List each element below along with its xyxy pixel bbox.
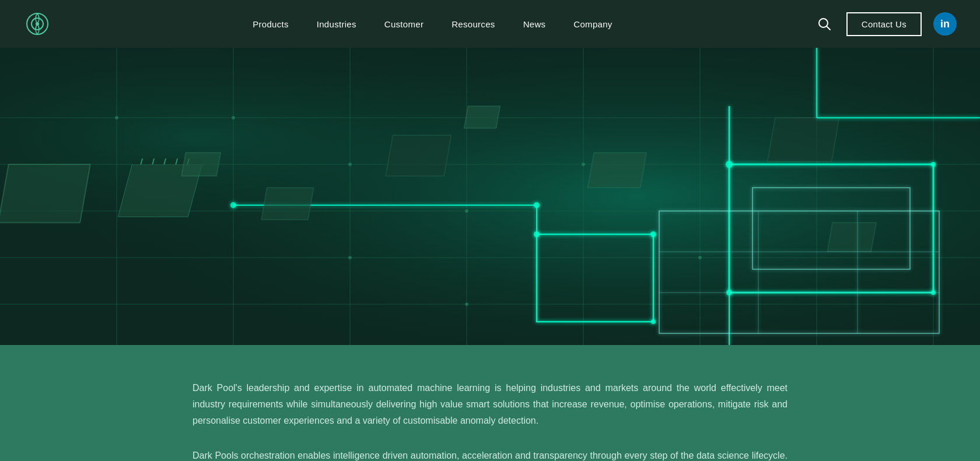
linkedin-button[interactable]: in [933, 12, 957, 36]
hero-section [0, 48, 980, 345]
svg-point-56 [582, 163, 585, 166]
svg-rect-41 [464, 106, 501, 128]
svg-point-57 [698, 256, 702, 259]
navigation: Products Industries Customer Resources N… [0, 0, 980, 48]
content-section: Dark Pool's leadership and expertise in … [0, 345, 980, 461]
svg-point-50 [931, 162, 936, 167]
circuit-board-graphic [0, 48, 980, 345]
svg-point-43 [230, 202, 236, 208]
nav-actions: Contact Us in [814, 12, 957, 36]
svg-point-53 [232, 116, 235, 119]
logo[interactable] [23, 10, 51, 38]
nav-item-industries[interactable]: Industries [317, 19, 356, 29]
svg-rect-39 [588, 153, 647, 188]
svg-point-54 [348, 163, 352, 166]
svg-rect-37 [386, 135, 451, 176]
svg-rect-40 [768, 118, 839, 161]
svg-line-4 [827, 27, 830, 30]
svg-rect-35 [181, 153, 220, 176]
contact-us-button[interactable]: Contact Us [846, 12, 922, 36]
nav-item-products[interactable]: Products [253, 19, 289, 29]
paragraph-2: Dark Pools orchestration enables intelli… [192, 448, 788, 461]
svg-point-46 [650, 231, 656, 237]
svg-rect-38 [0, 164, 90, 223]
svg-rect-42 [827, 223, 876, 252]
svg-point-48 [726, 161, 733, 168]
svg-point-2 [36, 22, 39, 26]
logo-icon [23, 10, 51, 38]
search-button[interactable] [814, 13, 835, 34]
svg-point-44 [534, 202, 540, 208]
nav-item-news[interactable]: News [523, 19, 546, 29]
nav-item-customer[interactable]: Customer [384, 19, 424, 29]
content-inner: Dark Pool's leadership and expertise in … [181, 380, 799, 461]
svg-point-52 [115, 116, 118, 119]
nav-menu: Products Industries Customer Resources N… [253, 19, 612, 29]
paragraph-1: Dark Pool's leadership and expertise in … [192, 380, 788, 429]
svg-point-58 [348, 256, 352, 259]
svg-point-59 [465, 302, 468, 306]
svg-point-45 [534, 231, 540, 237]
svg-point-47 [651, 319, 656, 324]
hero-background [0, 48, 980, 345]
svg-point-55 [465, 209, 468, 213]
svg-point-3 [819, 19, 828, 27]
svg-rect-36 [261, 188, 314, 220]
nav-item-company[interactable]: Company [573, 19, 612, 29]
search-icon [818, 17, 831, 30]
nav-item-resources[interactable]: Resources [452, 19, 495, 29]
